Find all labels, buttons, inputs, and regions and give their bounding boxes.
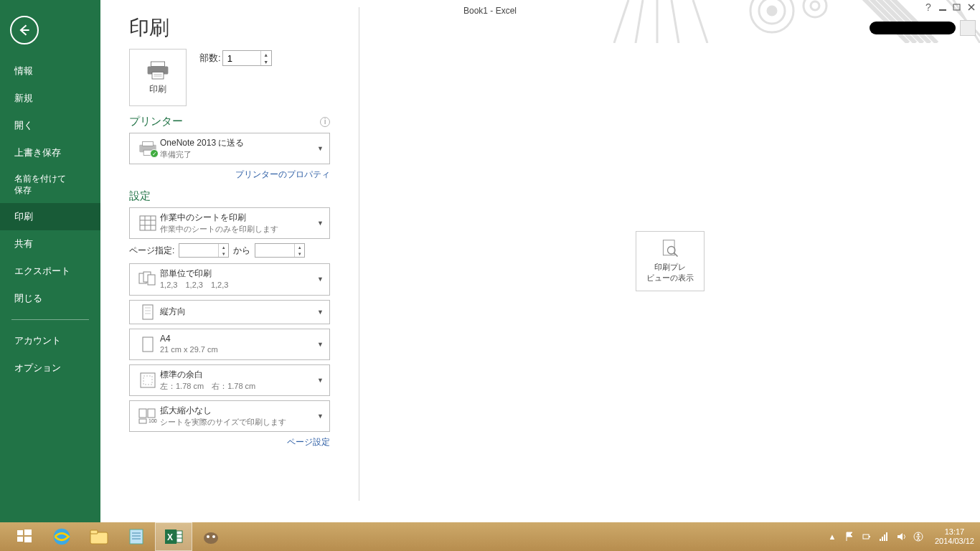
chevron-down-icon: ▼ [317,145,324,152]
copies-up[interactable]: ▲ [260,51,271,58]
tray-volume-icon[interactable] [896,532,906,542]
margin-sub: 左：1.78 cm 右：1.78 cm [160,381,324,392]
preview-magnifier-icon [660,239,680,259]
taskbar-notepad-icon[interactable] [118,522,155,551]
tray-up-icon[interactable]: ▲ [827,532,837,542]
margins-selector[interactable]: 標準の余白左：1.78 cm 右：1.78 cm ▼ [129,364,330,396]
print-preview-area: 印刷プレ ビューの表示 [359,0,980,522]
sidebar-item-saveas[interactable]: 名前を付けて 保存 [0,166,100,203]
paper-size-selector[interactable]: A421 cm x 29.7 cm ▼ [129,329,330,360]
show-print-preview-button[interactable]: 印刷プレ ビューの表示 [636,231,705,291]
printer-info-icon[interactable]: i [320,117,330,127]
tray-network-icon[interactable] [879,532,889,542]
minimize-button[interactable] [938,3,947,11]
copies-input[interactable] [223,51,260,65]
sidebar-item-info[interactable]: 情報 [0,57,100,85]
restore-button[interactable] [953,3,961,11]
sidebar-item-options[interactable]: オプション [0,354,100,382]
sidebar-item-print[interactable]: 印刷 [0,203,100,230]
scope-sub: 作業中のシートのみを印刷します [160,224,324,235]
paper-sub: 21 cm x 29.7 cm [160,344,324,355]
svg-rect-23 [148,275,155,285]
svg-rect-14 [143,142,154,146]
svg-rect-45 [130,529,143,544]
print-scope-selector[interactable]: 作業中のシートを印刷作業中のシートのみを印刷します ▼ [129,207,330,239]
tray-power-icon[interactable] [862,532,872,542]
svg-rect-44 [90,530,98,534]
margins-icon [136,372,160,388]
taskbar-clock[interactable]: 13:17 2014/03/12 [935,527,974,546]
taskbar-excel-icon[interactable]: X [155,522,192,551]
preview-label-2: ビューの表示 [646,273,694,283]
sidebar-item-export[interactable]: エクスポート [0,258,100,285]
pages-to-input[interactable] [255,244,294,257]
titlebar: Book1 - Excel ? [0,0,980,22]
paper-title: A4 [160,333,324,345]
svg-point-54 [204,532,218,544]
sidebar-item-save[interactable]: 上書き保存 [0,139,100,166]
pages-to-spinner[interactable]: ▲▼ [255,243,305,258]
page-icon [136,336,160,352]
svg-rect-31 [139,409,146,418]
svg-rect-51 [176,531,182,542]
sidebar-item-close[interactable]: 閉じる [0,285,100,312]
svg-rect-59 [880,539,881,541]
sidebar-item-share[interactable]: 共有 [0,230,100,258]
collate-sub: 1,2,3 1,2,3 1,2,3 [160,280,324,291]
svg-rect-40 [17,537,23,542]
svg-rect-6 [953,4,960,10]
copies-down[interactable]: ▼ [260,58,271,65]
sidebar-item-open[interactable]: 開く [0,112,100,139]
taskbar-ie-icon[interactable] [43,522,80,551]
printer-selector[interactable]: ✓ OneNote 2013 に送る 準備完了 ▼ [129,133,330,164]
sidebar-item-new[interactable]: 新規 [0,85,100,112]
scaling-icon: 100 [136,408,160,424]
svg-rect-38 [17,530,23,535]
svg-rect-32 [148,409,155,418]
svg-rect-5 [939,9,946,11]
svg-text:100: 100 [149,418,157,423]
sheet-icon [136,215,160,231]
print-settings-panel: 印刷 印刷 部数: ▲▼ プリンター i [100,0,359,522]
printer-icon [146,60,169,80]
orientation-selector[interactable]: 縦方向 ▼ [129,300,330,324]
pages-from-input[interactable] [179,244,218,257]
chevron-down-icon: ▼ [317,377,324,384]
pages-label: ページ指定: [129,245,174,257]
svg-rect-16 [140,216,156,230]
tray-ease-icon[interactable] [913,532,923,542]
close-button[interactable] [967,3,976,11]
print-button[interactable]: 印刷 [129,49,187,106]
orient-title: 縦方向 [160,306,324,318]
sidebar-item-account[interactable]: アカウント [0,327,100,354]
svg-rect-24 [143,305,153,319]
print-button-label: 印刷 [149,83,166,95]
taskbar-gimp-icon[interactable] [192,522,230,551]
tray-flag-icon[interactable] [844,532,854,542]
svg-rect-62 [886,532,887,541]
printer-ready-check-icon: ✓ [150,149,159,158]
collate-selector[interactable]: 部単位で印刷1,2,3 1,2,3 1,2,3 ▼ [129,263,330,295]
chevron-down-icon: ▼ [317,220,324,227]
chevron-down-icon: ▼ [317,309,324,316]
start-button[interactable] [6,522,43,551]
printer-properties-link[interactable]: プリンターのプロパティ [129,169,330,181]
svg-rect-28 [143,337,153,352]
chevron-down-icon: ▼ [317,413,324,420]
margin-title: 標準の余白 [160,369,324,381]
clock-date: 2014/03/12 [935,537,974,546]
page-setup-link[interactable]: ページ設定 [129,436,330,448]
settings-heading: 設定 [129,189,151,203]
scope-title: 作業中のシートを印刷 [160,212,324,224]
svg-rect-29 [141,373,155,387]
printer-status: 準備完了 [160,149,324,160]
help-button[interactable]: ? [924,3,933,11]
scale-title: 拡大縮小なし [160,405,324,417]
pages-from-spinner[interactable]: ▲▼ [179,243,229,258]
taskbar-explorer-icon[interactable] [80,522,118,551]
svg-rect-10 [152,72,164,79]
collate-title: 部単位で印刷 [160,268,324,280]
scaling-selector[interactable]: 100 拡大縮小なしシートを実際のサイズで印刷します ▼ [129,400,330,432]
copies-spinner[interactable]: ▲▼ [222,50,272,66]
window-title: Book1 - Excel [463,6,517,16]
